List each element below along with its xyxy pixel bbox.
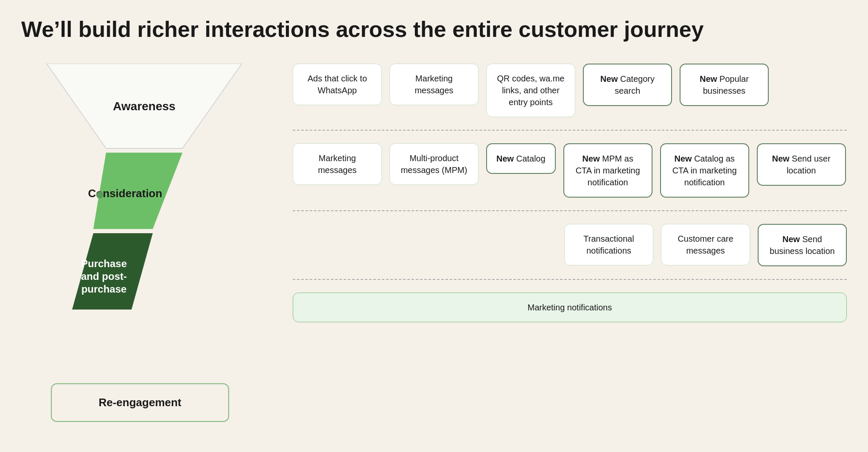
awareness-cards: Ads that click to WhatsApp Marketing mes… (293, 64, 847, 117)
card-catalog-cta: New Catalog as CTA in marketing notifica… (660, 143, 749, 198)
svg-text:Awareness: Awareness (113, 100, 175, 113)
card-mpm: Multi-product messages (MPM) (389, 143, 479, 185)
card-category-search: New Category search (583, 64, 672, 106)
svg-point-4 (96, 192, 103, 198)
svg-text:and post-: and post- (81, 271, 127, 282)
card-marketing-messages-awareness: Marketing messages (389, 64, 479, 105)
card-customer-care: Customer care messages (661, 224, 750, 265)
page-title: We’ll build richer interactions across t… (21, 17, 847, 42)
card-qr-codes: QR codes, wa.me links, and other entry p… (486, 64, 575, 117)
journey-rows: Ads that click to WhatsApp Marketing mes… (293, 64, 847, 335)
purchase-row: Transactional notifications Customer car… (293, 211, 847, 280)
reengagement-cards: Marketing notifications (293, 293, 847, 322)
svg-text:Purchase: Purchase (81, 258, 127, 269)
awareness-row: Ads that click to WhatsApp Marketing mes… (293, 64, 847, 131)
card-mpm-cta: New MPM as CTA in marketing notification (563, 143, 652, 198)
card-marketing-notifications: Marketing notifications (293, 293, 847, 322)
reengagement-label: Re-engagement (98, 396, 181, 409)
consideration-cards: Marketing messages Multi-product message… (293, 143, 847, 198)
card-ads-click-whatsapp: Ads that click to WhatsApp (293, 64, 382, 105)
card-popular-businesses: New Popular businesses (680, 64, 769, 106)
card-catalog: New Catalog (486, 143, 556, 174)
reengagement-box: Re-engagement (51, 383, 229, 422)
purchase-cards: Transactional notifications Customer car… (293, 224, 847, 266)
svg-text:purchase: purchase (81, 283, 127, 295)
consideration-row: Marketing messages Multi-product message… (293, 131, 847, 211)
funnel-diagram: Awareness Consideration Purchase and pos… (21, 64, 267, 422)
card-marketing-messages-consideration: Marketing messages (293, 143, 382, 185)
card-transactional-notifications: Transactional notifications (564, 224, 653, 265)
reengagement-row: Marketing notifications (293, 280, 847, 335)
card-send-user-location: New Send user location (757, 143, 846, 186)
card-send-business-location: New Send business location (758, 224, 847, 266)
